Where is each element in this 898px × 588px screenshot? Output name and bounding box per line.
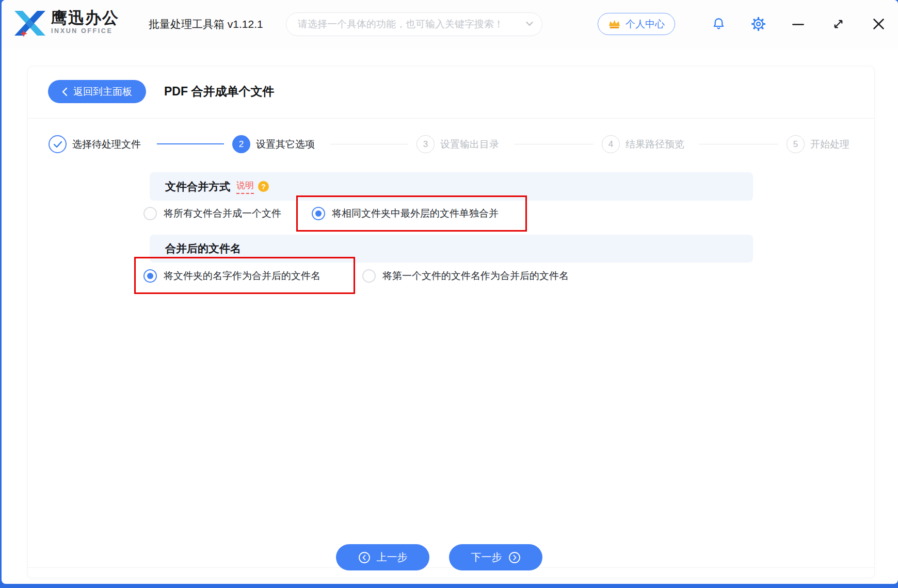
step-number-badge: 2 bbox=[232, 135, 250, 153]
radio-unselected-icon[interactable] bbox=[362, 269, 376, 283]
radio-selected-icon[interactable] bbox=[312, 207, 325, 220]
previous-step-button[interactable]: 上一步 bbox=[336, 544, 429, 570]
app-window: 鹰迅办公 INXUN OFFICE 批量处理工具箱 v1.12.1 个人中心 bbox=[2, 0, 898, 584]
help-link[interactable]: 说明 bbox=[236, 179, 254, 194]
step-label: 设置其它选项 bbox=[256, 138, 315, 151]
step-connector bbox=[330, 144, 408, 144]
option-label: 将文件夹的名字作为合并后的文件名 bbox=[164, 269, 320, 283]
chevron-left-icon bbox=[62, 87, 68, 96]
step-label: 结果路径预览 bbox=[626, 138, 684, 151]
back-button-label: 返回到主面板 bbox=[73, 85, 132, 99]
step-1-select-files[interactable]: 选择待处理文件 bbox=[49, 135, 141, 153]
brand-name-cn: 鹰迅办公 bbox=[51, 9, 119, 27]
app-title: 批量处理工具箱 v1.12.1 bbox=[149, 17, 263, 31]
step-connector bbox=[157, 143, 224, 144]
section-title: 文件合并方式 bbox=[165, 179, 230, 194]
divider bbox=[28, 118, 874, 119]
option-folder-name-as-filename[interactable]: 将文件夹的名字作为合并后的文件名 bbox=[143, 268, 320, 284]
content-panel: 返回到主面板 PDF 合并成单个文件 选择待处理文件 2 设置其它选项 3 设置… bbox=[27, 66, 875, 578]
chevron-down-icon[interactable] bbox=[526, 21, 533, 26]
step-label: 选择待处理文件 bbox=[72, 138, 141, 151]
close-button[interactable] bbox=[872, 17, 886, 31]
next-step-label: 下一步 bbox=[471, 550, 502, 564]
next-step-button[interactable]: 下一步 bbox=[449, 544, 542, 570]
radio-unselected-icon[interactable] bbox=[143, 207, 157, 220]
titlebar: 鹰迅办公 INXUN OFFICE 批量处理工具箱 v1.12.1 个人中心 bbox=[2, 0, 898, 48]
option-label: 将相同文件夹中最外层的文件单独合并 bbox=[332, 207, 499, 220]
step-connector bbox=[514, 144, 594, 144]
help-question-icon[interactable]: ? bbox=[258, 181, 269, 192]
settings-gear-icon[interactable] bbox=[751, 17, 765, 31]
brand-name-en: INXUN OFFICE bbox=[51, 27, 119, 35]
maximize-button[interactable] bbox=[831, 17, 845, 31]
step-label: 设置输出目录 bbox=[440, 138, 499, 151]
radio-selected-icon[interactable] bbox=[143, 269, 157, 283]
footer-divider bbox=[28, 567, 874, 568]
option-label: 将所有文件合并成一个文件 bbox=[164, 207, 281, 220]
user-center-label: 个人中心 bbox=[626, 18, 665, 31]
option-first-file-name-as-filename[interactable]: 将第一个文件的文件名作为合并后的文件名 bbox=[362, 268, 569, 284]
step-3-output-dir[interactable]: 3 设置输出目录 bbox=[416, 135, 499, 153]
section-merge-mode-header: 文件合并方式 说明 ? bbox=[150, 172, 753, 201]
step-number-badge: 3 bbox=[416, 135, 435, 153]
brand-text: 鹰迅办公 INXUN OFFICE bbox=[51, 9, 119, 35]
section-title: 合并后的文件名 bbox=[165, 241, 241, 256]
crown-icon bbox=[608, 19, 621, 29]
step-number-badge: 4 bbox=[602, 135, 620, 153]
user-center-button[interactable]: 个人中心 bbox=[598, 13, 675, 35]
search-input[interactable] bbox=[286, 12, 542, 36]
section-output-filename-header: 合并后的文件名 bbox=[150, 235, 753, 263]
step-2-options[interactable]: 2 设置其它选项 bbox=[232, 135, 315, 153]
step-5-start[interactable]: 5 开始处理 bbox=[787, 135, 849, 153]
previous-step-label: 上一步 bbox=[377, 550, 408, 564]
step-done-check-icon bbox=[49, 135, 67, 153]
step-number-badge: 5 bbox=[787, 135, 805, 153]
back-to-dashboard-button[interactable]: 返回到主面板 bbox=[48, 80, 146, 103]
step-label: 开始处理 bbox=[810, 138, 849, 151]
option-merge-per-folder[interactable]: 将相同文件夹中最外层的文件单独合并 bbox=[312, 205, 499, 222]
step-connector bbox=[699, 144, 778, 144]
circle-arrow-right-icon bbox=[508, 551, 521, 564]
page-title: PDF 合并成单个文件 bbox=[164, 84, 274, 100]
circle-arrow-left-icon bbox=[358, 551, 371, 564]
function-search bbox=[286, 12, 542, 36]
option-label: 将第一个文件的文件名作为合并后的文件名 bbox=[382, 269, 569, 283]
option-merge-all-into-one[interactable]: 将所有文件合并成一个文件 bbox=[143, 205, 281, 222]
notifications-bell-icon[interactable] bbox=[712, 17, 726, 31]
step-4-path-preview[interactable]: 4 结果路径预览 bbox=[602, 135, 684, 153]
brand-logo-icon bbox=[13, 8, 47, 40]
minimize-button[interactable] bbox=[791, 18, 805, 31]
